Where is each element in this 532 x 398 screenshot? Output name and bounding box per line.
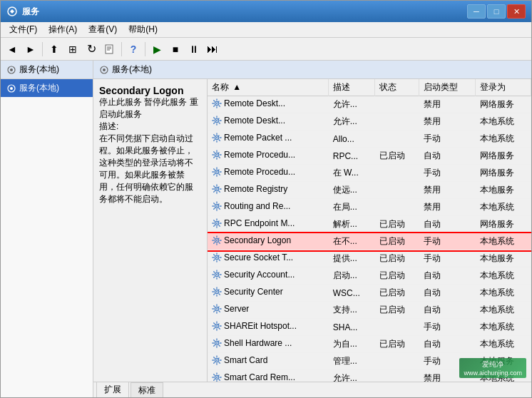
table-row[interactable]: Remote Procedu...在 W...手动网络服务: [208, 165, 531, 182]
cell-login: 本地系统: [476, 199, 531, 216]
table-row[interactable]: Secure Socket T...提供...已启动手动本地服务: [208, 250, 531, 267]
tab-standard[interactable]: 标准: [131, 382, 163, 398]
cell-login: 本地系统: [476, 285, 531, 302]
tab-expand[interactable]: 扩展: [96, 382, 129, 397]
table-row[interactable]: Remote Deskt...允许...禁用网络服务: [208, 96, 531, 113]
stop-button[interactable]: ■: [167, 41, 184, 58]
watermark: 爱纯净 www.aichunjing.com: [459, 358, 526, 378]
cell-startup: 手动: [419, 165, 476, 182]
table-row[interactable]: Remote Procedu...RPC...已启动自动网络服务: [208, 148, 531, 165]
cell-desc: RPC...: [329, 148, 375, 165]
close-button[interactable]: ✕: [507, 4, 526, 19]
cell-desc: 为自...: [329, 336, 375, 353]
col-startup[interactable]: 启动类型: [419, 79, 476, 96]
svg-point-18: [216, 154, 218, 155]
table-row[interactable]: Routing and Re...在局...禁用本地系统: [208, 199, 531, 216]
svg-point-20: [216, 171, 218, 173]
svg-point-12: [216, 103, 218, 104]
cell-login: 本地系统: [476, 113, 531, 131]
play-button[interactable]: ▶: [148, 41, 165, 58]
back-button[interactable]: ◄: [4, 41, 21, 58]
table-row[interactable]: SHAREit Hotspot...SHA...手动本地系统: [208, 319, 531, 336]
table-row[interactable]: Security CenterWSC...已启动自动本地系统: [208, 285, 531, 302]
cell-login: 本地系统: [476, 267, 531, 285]
gear-icon: [212, 355, 222, 365]
cell-startup: 手动: [419, 250, 476, 267]
table-row[interactable]: Remote Packet ...Allo...手动本地系统: [208, 131, 531, 148]
stop-service-link[interactable]: 停止此服务: [99, 97, 142, 107]
cell-status: [375, 96, 419, 113]
cell-name: Remote Deskt...: [208, 96, 329, 113]
cell-name: Remote Procedu...: [208, 165, 329, 182]
svg-point-32: [216, 274, 218, 275]
cell-login: 本地系统: [476, 302, 531, 319]
cell-desc: 在不...: [329, 233, 375, 250]
table-row[interactable]: Secondary Logon在不...已启动手动本地系统: [208, 233, 531, 250]
table-row[interactable]: RPC Endpoint M...解析...已启动自动网络服务: [208, 216, 531, 233]
cell-login: 网络服务: [476, 148, 531, 165]
col-name[interactable]: 名称 ▲: [208, 79, 329, 96]
services-table-container: 名称 ▲ 描述 状态 启动类型 登录为 Remote Deskt...允许...…: [208, 79, 531, 382]
tree-item-local[interactable]: 服务(本地): [1, 79, 93, 97]
cell-status: [375, 113, 419, 131]
svg-point-14: [216, 120, 218, 121]
cell-startup: 禁用: [419, 96, 476, 113]
cell-login: 本地系统: [476, 319, 531, 336]
table-row[interactable]: Remote Deskt...允许...禁用本地系统: [208, 113, 531, 131]
watermark-line2: www.aichunjing.com: [464, 369, 522, 377]
services-icon-right: [99, 65, 109, 75]
table-row[interactable]: Security Account...启动...已启动自动本地系统: [208, 267, 531, 285]
desc-text: 在不同凭据下启动自动过程。如果此服务被停止，这种类型的登录活动将不可用。如果此服…: [99, 133, 201, 205]
forward-button[interactable]: ►: [22, 41, 39, 58]
col-login[interactable]: 登录为: [476, 79, 531, 96]
table-row[interactable]: Server支持...已启动自动本地系统: [208, 302, 531, 319]
cell-desc: SHA...: [329, 319, 375, 336]
refresh-button[interactable]: ↻: [83, 41, 100, 58]
cell-status: 已启动: [375, 233, 419, 250]
gear-icon: [212, 338, 222, 348]
table-row[interactable]: Remote Registry使远...禁用本地服务: [208, 182, 531, 199]
menu-help[interactable]: 帮助(H): [123, 22, 163, 37]
pause-service-link[interactable]: 暂停此服务: [144, 97, 187, 107]
cell-startup: 禁用: [419, 113, 476, 131]
toolbar: ◄ ► ⬆ ⊞ ↻ ? ▶ ■ ⏸ ⏭: [1, 38, 531, 61]
window-title: 服务: [22, 6, 39, 18]
cell-status: 已启动: [375, 250, 419, 267]
minimize-button[interactable]: ─: [467, 4, 486, 19]
help-button[interactable]: ?: [125, 41, 142, 58]
cell-name: Server: [208, 302, 329, 319]
cell-login: 网络服务: [476, 216, 531, 233]
cell-desc: 允许...: [329, 113, 375, 131]
pause-button[interactable]: ⏸: [185, 41, 203, 58]
gear-icon: [212, 218, 222, 228]
up-button[interactable]: ⬆: [46, 41, 63, 58]
cell-name: Remote Deskt...: [208, 113, 329, 131]
export-button[interactable]: [101, 41, 118, 58]
cell-status: [375, 182, 419, 199]
menu-view[interactable]: 查看(V): [83, 22, 123, 37]
cell-name: Security Account...: [208, 267, 329, 285]
right-panel: 服务(本地) Secondary Logon 停止此服务 暂停此服务 重启动此服…: [93, 61, 531, 397]
svg-point-44: [216, 377, 218, 378]
cell-startup: 手动: [419, 131, 476, 148]
cell-login: 本地服务: [476, 182, 531, 199]
cell-startup: 自动: [419, 216, 476, 233]
show-hide-button[interactable]: ⊞: [64, 41, 81, 58]
cell-startup: 自动: [419, 336, 476, 353]
cell-status: [375, 199, 419, 216]
gear-icon: [212, 235, 222, 245]
content-area: 服务(本地) 服务(本地) 服务(本地): [1, 61, 531, 397]
col-status[interactable]: 状态: [375, 79, 419, 96]
menu-action[interactable]: 操作(A): [43, 22, 83, 37]
svg-point-24: [216, 205, 218, 207]
info-panel: Secondary Logon 停止此服务 暂停此服务 重启动此服务 描述: 在…: [93, 79, 208, 382]
table-row[interactable]: Shell Hardware ...为自...已启动自动本地系统: [208, 336, 531, 353]
cell-name: Remote Registry: [208, 182, 329, 199]
col-desc[interactable]: 描述: [329, 79, 375, 96]
restart-button[interactable]: ⏭: [204, 41, 221, 58]
cell-name: Secure Socket T...: [208, 250, 329, 267]
menu-file[interactable]: 文件(F): [4, 22, 43, 37]
cell-startup: 自动: [419, 302, 476, 319]
cell-name: Routing and Re...: [208, 199, 329, 216]
maximize-button[interactable]: □: [487, 4, 506, 19]
